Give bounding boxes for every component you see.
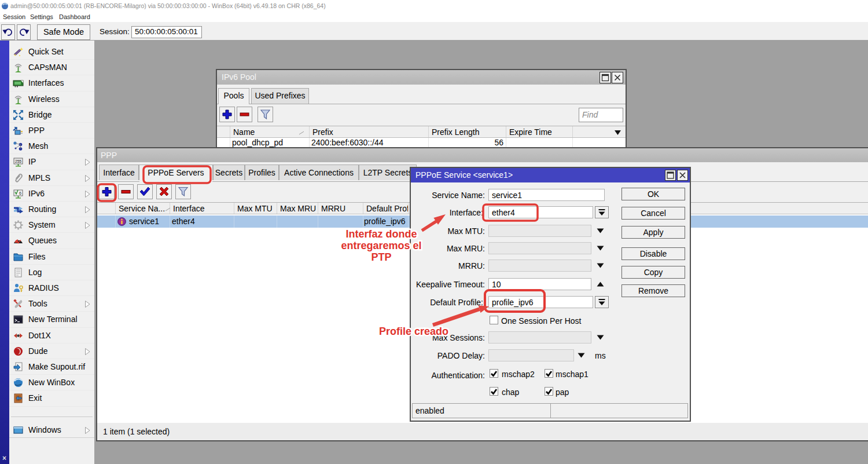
svg-text:6: 6 <box>19 191 21 195</box>
svg-text:255: 255 <box>15 159 21 163</box>
